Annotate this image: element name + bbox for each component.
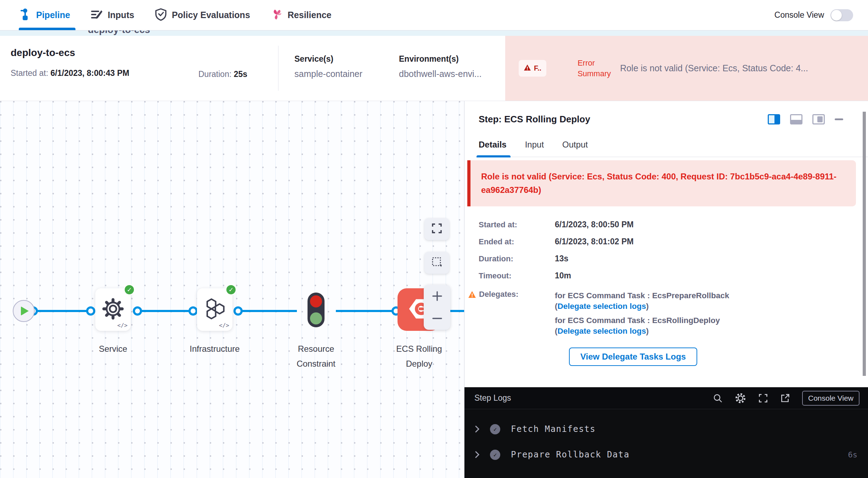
layout-right-split-icon[interactable] bbox=[768, 114, 780, 124]
canvas-select-button[interactable] bbox=[424, 252, 449, 274]
services-column: Service(s) sample-container bbox=[278, 36, 383, 101]
field-row-duration: Duration: 13s bbox=[479, 254, 854, 263]
delegate-line: for ECS Command Task : EcsRollingDeploy … bbox=[555, 315, 748, 337]
panel-layout-controls bbox=[768, 114, 843, 124]
field-label: Timeout: bbox=[479, 271, 555, 280]
tab-pipeline[interactable]: Pipeline bbox=[19, 0, 70, 30]
log-section-label: Prepare Rollback Data bbox=[511, 450, 630, 460]
play-icon bbox=[21, 306, 29, 316]
step-logs-section: Step Logs Console View bbox=[464, 387, 868, 478]
canvas-fullscreen-button[interactable] bbox=[424, 218, 449, 240]
zoom-out-button[interactable] bbox=[424, 307, 450, 330]
nav-right: Console View bbox=[774, 9, 853, 21]
node-service[interactable]: ✓ </> bbox=[95, 288, 131, 331]
delegate-selection-logs-link[interactable]: Delegate selection logs bbox=[558, 302, 646, 311]
tab-output[interactable]: Output bbox=[562, 140, 588, 157]
resilience-icon bbox=[271, 9, 283, 22]
step-error-message: Role is not valid (Service: Ecs, Status … bbox=[467, 160, 856, 206]
start-node[interactable] bbox=[13, 300, 35, 322]
zoom-in-button[interactable] bbox=[424, 285, 450, 307]
tab-inputs-label: Inputs bbox=[108, 10, 134, 20]
tab-resilience-label: Resilience bbox=[288, 10, 332, 20]
success-check-badge: ✓ bbox=[124, 284, 135, 295]
node-resource-constraint traffic-light-icon[interactable] bbox=[308, 293, 325, 327]
toggle-knob bbox=[831, 10, 842, 21]
tab-policy-evaluations[interactable]: Policy Evaluations bbox=[155, 0, 250, 30]
edge-constraint-ecs bbox=[336, 310, 396, 312]
step-details-fields: Started at: 6/1/2023, 8:00:50 PM Ended a… bbox=[479, 220, 854, 366]
environments-value[interactable]: dbothwell-aws-envi... bbox=[399, 69, 505, 79]
log-section-duration: 6s bbox=[848, 450, 858, 459]
open-in-new-icon[interactable] bbox=[780, 393, 790, 403]
settings-gear-icon[interactable] bbox=[735, 393, 746, 404]
node-service-label: Service bbox=[78, 341, 148, 356]
field-value: 6/1/2023, 8:01:02 PM bbox=[555, 237, 633, 246]
services-value[interactable]: sample-container bbox=[294, 69, 383, 79]
red-lamp bbox=[310, 295, 322, 307]
delegate-selection-logs-link[interactable]: Delegate selection logs bbox=[558, 327, 646, 335]
error-summary-label: Error Summary bbox=[577, 58, 620, 79]
edge-infrastructure-constraint bbox=[238, 310, 297, 312]
step-details-panel: Step: ECS Rolling Deploy Details Input O… bbox=[464, 101, 868, 478]
panel-scrollbar[interactable] bbox=[863, 112, 866, 376]
tab-input[interactable]: Input bbox=[525, 140, 544, 157]
top-nav: Pipeline Inputs Policy Evaluations Res bbox=[0, 0, 868, 30]
delegates-label: Delegates: bbox=[479, 290, 518, 299]
search-icon[interactable] bbox=[713, 393, 723, 403]
code-icon: </> bbox=[117, 322, 128, 329]
green-lamp bbox=[310, 312, 322, 324]
error-summary-bar: F.. Error Summary Role is not valid (Ser… bbox=[505, 36, 868, 101]
status-badge: F.. bbox=[519, 60, 546, 77]
nav-tabs: Pipeline Inputs Policy Evaluations Res bbox=[19, 0, 331, 30]
tab-inputs[interactable]: Inputs bbox=[91, 0, 134, 30]
gear-icon bbox=[102, 298, 124, 322]
fullscreen-icon[interactable] bbox=[758, 393, 768, 403]
log-section-row[interactable]: ✓ Prepare Rollback Data 6s bbox=[464, 442, 868, 467]
pipeline-canvas[interactable]: ✓ </> Service ✓ </> Infrastructure bbox=[0, 101, 464, 478]
delegate-line: for ECS Command Task : EcsPrepareRollbac… bbox=[555, 290, 748, 312]
node-ecs-rolling-deploy-label: ECS Rolling Deploy bbox=[389, 341, 449, 371]
environments-label: Environment(s) bbox=[399, 54, 505, 64]
chevron-right-icon[interactable] bbox=[474, 425, 480, 433]
main-area: ✓ </> Service ✓ </> Infrastructure bbox=[0, 101, 868, 478]
zoom-controls bbox=[424, 285, 450, 330]
chevron-right-icon[interactable] bbox=[474, 451, 480, 458]
services-label: Service(s) bbox=[294, 54, 383, 64]
field-row-timeout: Timeout: 10m bbox=[479, 271, 854, 280]
log-section-row[interactable]: ✓ Fetch Manifests bbox=[464, 416, 868, 442]
hexagons-icon bbox=[203, 298, 226, 321]
minimize-icon[interactable] bbox=[835, 118, 843, 120]
connector-dot bbox=[233, 306, 243, 316]
console-view-label: Console View bbox=[774, 10, 824, 20]
execution-header: deploy-to-ecs Started at: 6/1/2023, 8:00… bbox=[0, 36, 868, 101]
layout-floating-panel-icon[interactable] bbox=[812, 114, 825, 124]
view-delegate-tasks-logs-button[interactable]: View Delegate Tasks Logs bbox=[569, 348, 697, 366]
step-logs-title: Step Logs bbox=[474, 393, 511, 403]
step-panel-title: Step: ECS Rolling Deploy bbox=[479, 114, 590, 125]
connector-dot bbox=[86, 306, 95, 316]
tab-resilience[interactable]: Resilience bbox=[271, 0, 332, 30]
success-check-badge: ✓ bbox=[225, 284, 237, 295]
layout-bottom-split-icon[interactable] bbox=[790, 114, 802, 124]
code-icon: </> bbox=[219, 322, 229, 329]
log-section-label: Fetch Manifests bbox=[511, 424, 596, 434]
step-logs-body: ✓ Fetch Manifests ✓ Prepare Rollback Dat… bbox=[464, 409, 868, 478]
logs-console-view-button[interactable]: Console View bbox=[802, 391, 859, 406]
edge-service-infrastructure bbox=[137, 310, 193, 312]
tab-policy-evaluations-label: Policy Evaluations bbox=[172, 10, 250, 20]
node-infrastructure-label: Infrastructure bbox=[179, 341, 250, 356]
node-infrastructure[interactable]: ✓ </> bbox=[197, 288, 232, 331]
tab-details[interactable]: Details bbox=[479, 140, 507, 157]
fullscreen-icon bbox=[431, 223, 443, 235]
step-logs-header: Step Logs Console View bbox=[464, 387, 868, 409]
connector-dot bbox=[188, 306, 198, 316]
console-view-toggle[interactable] bbox=[830, 9, 853, 21]
environments-column: Environment(s) dbothwell-aws-envi... bbox=[383, 36, 505, 101]
active-tab-underline bbox=[477, 155, 511, 157]
app-window: Pipeline Inputs Policy Evaluations Res bbox=[0, 0, 868, 478]
clipped-pipeline-title: deploy-to-ecs bbox=[88, 30, 868, 35]
warning-icon bbox=[468, 291, 476, 298]
step-panel-header: Step: ECS Rolling Deploy bbox=[479, 114, 843, 125]
failed-warning-icon bbox=[524, 64, 531, 72]
pipeline-name: deploy-to-ecs bbox=[11, 47, 198, 59]
